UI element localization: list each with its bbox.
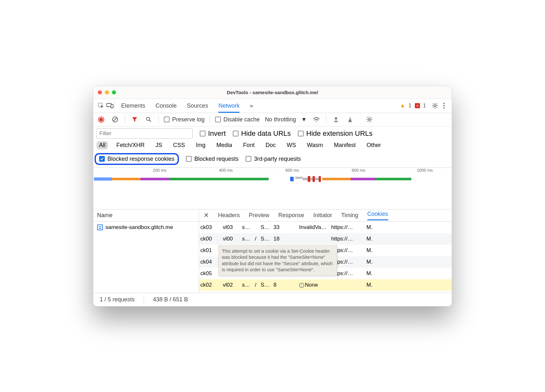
info-icon: i — [299, 283, 304, 288]
tab-headers[interactable]: Headers — [218, 212, 240, 219]
close-window-icon[interactable] — [98, 90, 102, 94]
blocked-requests-checkbox[interactable]: Blocked requests — [186, 156, 239, 162]
cookie-cell-value: vl02 — [222, 282, 241, 288]
third-party-requests-checkbox[interactable]: 3rd-party requests — [246, 156, 301, 162]
upload-icon[interactable] — [331, 115, 340, 124]
tab-elements[interactable]: Elements — [121, 99, 145, 112]
cookie-cell-size: 8 — [272, 282, 285, 288]
throttling-select[interactable]: No throttling ▼ — [265, 116, 307, 123]
column-header-name[interactable]: Name — [93, 209, 199, 222]
minimize-window-icon[interactable] — [105, 90, 109, 94]
request-name-label: samesite-sandbox.glitch.me — [105, 224, 173, 231]
document-icon — [97, 225, 103, 230]
status-bar: 1 / 5 requests 438 B / 651 B — [93, 293, 452, 306]
svg-point-4 — [443, 103, 445, 104]
type-filter-css[interactable]: CSS — [171, 141, 188, 149]
timeline-tick: 1000 ms — [417, 168, 433, 173]
disable-cache-checkbox[interactable]: Disable cache — [215, 116, 260, 123]
cookie-cell-samesite: InvalidVa… — [298, 224, 330, 231]
svg-point-9 — [147, 117, 150, 120]
requests-list: Name samesite-sandbox.glitch.me — [93, 209, 199, 293]
type-filter-img[interactable]: Img — [193, 141, 208, 149]
tab-console[interactable]: Console — [155, 99, 177, 112]
preserve-log-label: Preserve log — [172, 116, 205, 123]
cookie-row[interactable]: ck03vl03s…S…33InvalidVa…https://…M. — [199, 222, 452, 233]
separator — [326, 116, 326, 123]
type-filter-ws[interactable]: WS — [284, 141, 298, 149]
type-filter-manifest[interactable]: Manifest — [331, 141, 358, 149]
network-toolbar: Preserve log Disable cache No throttling… — [93, 113, 452, 127]
hide-extension-urls-checkbox[interactable]: Hide extension URLs — [298, 129, 373, 138]
preserve-log-checkbox[interactable]: Preserve log — [164, 116, 205, 123]
type-filter-fetchxhr[interactable]: Fetch/XHR — [114, 141, 147, 149]
clear-icon[interactable] — [111, 115, 120, 124]
tab-sources[interactable]: Sources — [187, 99, 208, 112]
cookie-cell-domain: s… — [241, 224, 254, 231]
svg-point-6 — [443, 107, 445, 109]
timeline-tick: 400 ms — [219, 168, 233, 173]
request-row[interactable]: samesite-sandbox.glitch.me — [93, 222, 199, 233]
type-filter-media[interactable]: Media — [214, 141, 235, 149]
device-toggle-icon[interactable] — [105, 101, 114, 110]
timeline-bars — [94, 176, 450, 182]
tab-preview[interactable]: Preview — [249, 212, 269, 219]
blocked-requests-label: Blocked requests — [194, 156, 239, 162]
close-icon[interactable]: ✕ — [204, 211, 209, 219]
tab-initiator[interactable]: Initiator — [313, 212, 332, 219]
separator — [125, 116, 125, 123]
cookie-cell-priority: M. — [365, 236, 379, 242]
type-filter-font[interactable]: Font — [240, 141, 257, 149]
blocked-response-cookies-checkbox[interactable]: Blocked response cookies — [95, 153, 179, 165]
svg-point-5 — [443, 105, 445, 106]
type-filter-wasm[interactable]: Wasm — [304, 141, 325, 149]
timeline-tick: 200 ms — [153, 168, 167, 173]
filter-row: Invert Hide data URLs Hide extension URL… — [93, 127, 452, 140]
main-tabs: Elements Console Sources Network » — [121, 99, 253, 112]
cookie-cell-domain: s… — [241, 236, 254, 242]
invert-label: Invert — [208, 129, 226, 138]
download-icon[interactable] — [346, 115, 355, 124]
timeline-overview[interactable]: 200 ms400 ms600 ms800 ms1000 ms — [93, 168, 452, 209]
network-conditions-icon[interactable] — [312, 115, 321, 124]
invert-checkbox[interactable]: Invert — [200, 129, 226, 138]
error-icon: ✕ — [415, 103, 420, 108]
cookie-cell-expires: S… — [259, 282, 272, 288]
type-filter-all[interactable]: All — [96, 141, 108, 149]
type-filter-js[interactable]: JS — [153, 141, 165, 149]
separator — [210, 116, 210, 123]
chevron-down-icon: ▼ — [301, 116, 307, 123]
svg-line-8 — [113, 118, 117, 121]
settings-icon[interactable] — [431, 101, 440, 110]
cookie-cell-expires: S… — [259, 236, 272, 242]
cookie-cell-name: ck03 — [199, 224, 222, 231]
kebab-menu-icon[interactable] — [440, 101, 449, 110]
checkbox-icon — [164, 117, 170, 122]
tab-cookies[interactable]: Cookies — [367, 211, 388, 220]
network-settings-icon[interactable] — [365, 115, 374, 124]
cookie-cell-domain: s… — [241, 282, 254, 288]
cookie-cell-value: vl00 — [222, 236, 241, 242]
hide-data-urls-checkbox[interactable]: Hide data URLs — [233, 129, 291, 138]
issue-badges[interactable]: ▲ 1 ✕ 1 — [400, 102, 426, 109]
cookie-cell-expires: S… — [259, 224, 272, 231]
checkbox-icon — [215, 117, 221, 122]
inspect-icon[interactable] — [96, 101, 105, 110]
type-filter-doc[interactable]: Doc — [263, 141, 278, 149]
type-filter-other[interactable]: Other — [364, 141, 384, 149]
search-icon[interactable] — [144, 115, 153, 124]
cookies-table[interactable]: This attempt to set a cookie via a Set-C… — [199, 222, 452, 293]
tab-timing[interactable]: Timing — [341, 212, 358, 219]
error-count: 1 — [423, 102, 426, 109]
disable-cache-label: Disable cache — [223, 116, 260, 123]
tab-response[interactable]: Response — [278, 212, 304, 219]
cookie-row[interactable]: ck02vl02s…/S…8iNoneM. — [199, 279, 452, 291]
tab-more[interactable]: » — [250, 99, 253, 112]
filter-input[interactable] — [96, 128, 193, 139]
filter-icon[interactable] — [130, 115, 139, 124]
maximize-window-icon[interactable] — [112, 90, 116, 94]
main-toolbar: Elements Console Sources Network » ▲ 1 ✕… — [93, 99, 452, 113]
cookie-row[interactable]: ck00vl00s…/S…18https://…M. — [199, 233, 452, 245]
record-button[interactable] — [96, 115, 105, 124]
cookie-cell-name: ck02 — [199, 282, 222, 288]
tab-network[interactable]: Network — [218, 99, 239, 113]
